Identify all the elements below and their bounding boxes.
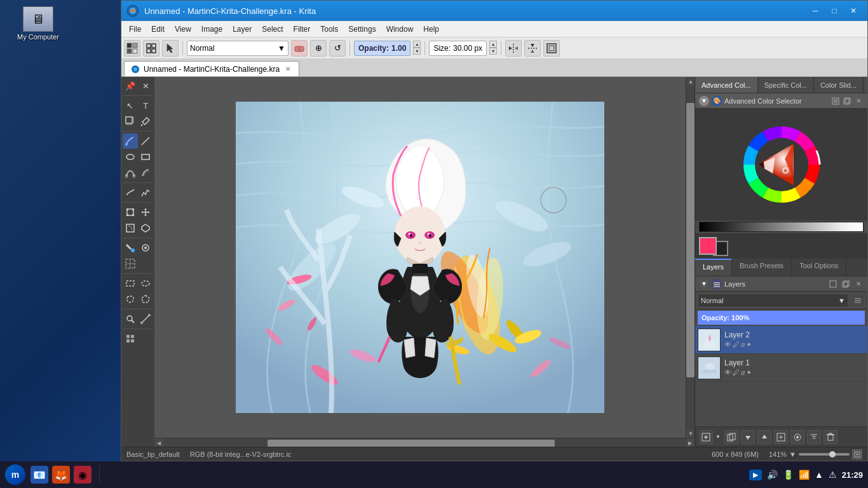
- layer-to-image-btn[interactable]: [774, 430, 788, 444]
- layers-collapse-icon[interactable]: ▼: [699, 279, 709, 289]
- color-selector-collapse-icon[interactable]: ▼: [699, 96, 709, 106]
- zoom-slider-thumb[interactable]: [829, 451, 836, 458]
- dynamic-brush[interactable]: [139, 185, 154, 200]
- menu-view[interactable]: View: [170, 23, 196, 36]
- layer-2-extra-icon[interactable]: ✦: [746, 341, 752, 349]
- color-wheel-container[interactable]: [695, 109, 867, 220]
- bezier-tool[interactable]: [123, 165, 138, 180]
- taskbar-battery-icon[interactable]: 🔋: [783, 470, 794, 480]
- multibrush-tool[interactable]: [139, 165, 154, 180]
- scroll-track-horizontal[interactable]: [163, 438, 686, 447]
- zoom-slider[interactable]: [799, 453, 850, 456]
- taskbar-wifi-icon[interactable]: 📶: [799, 470, 810, 480]
- freehand-path[interactable]: [123, 185, 138, 200]
- cursor-btn[interactable]: [162, 40, 179, 57]
- layers-float-btn[interactable]: [841, 279, 851, 289]
- symmetry-btn[interactable]: ⊕: [310, 40, 327, 57]
- delete-layer-btn[interactable]: [824, 430, 837, 444]
- misc-tool[interactable]: [123, 331, 138, 346]
- color-selector-close-btn[interactable]: ✕: [853, 96, 864, 106]
- rect-tool[interactable]: [139, 149, 154, 165]
- tab-layers[interactable]: Layers: [695, 259, 732, 276]
- size-control[interactable]: Size: 30.00 px: [429, 41, 487, 56]
- color-selector-settings-icon[interactable]: [831, 96, 841, 106]
- add-layer-dropdown[interactable]: ▼: [715, 433, 722, 442]
- layer-2-visibility-icon[interactable]: 👁: [724, 341, 731, 349]
- taskbar-volume-icon[interactable]: 🔊: [767, 470, 778, 480]
- layer-1-alpha-icon[interactable]: α: [741, 369, 745, 377]
- taskbar-warning-icon[interactable]: ⚠: [829, 470, 837, 480]
- scroll-down-btn[interactable]: ▼: [686, 429, 695, 438]
- smart-patch[interactable]: [139, 240, 154, 255]
- menu-settings[interactable]: Settings: [343, 23, 381, 36]
- transform-tool[interactable]: [123, 205, 138, 220]
- opacity-control[interactable]: Opacity: 1.00: [354, 41, 410, 56]
- scroll-left-btn[interactable]: ◀: [154, 438, 163, 447]
- layer-2-lock-icon[interactable]: 🖊: [733, 341, 740, 349]
- layer-1-visibility-icon[interactable]: 👁: [724, 369, 731, 377]
- maximize-button[interactable]: □: [825, 4, 843, 18]
- layer-options-btn[interactable]: [851, 294, 865, 308]
- menu-layer[interactable]: Layer: [227, 23, 257, 36]
- layer-blend-mode-select[interactable]: Normal ▼: [698, 294, 848, 308]
- size-arrows[interactable]: ▲ ▼: [489, 41, 497, 56]
- size-up-arrow[interactable]: ▲: [489, 41, 497, 48]
- tab-specific-color[interactable]: Specific Col...: [758, 77, 814, 93]
- layer-2-alpha-icon[interactable]: α: [741, 341, 745, 349]
- toolbox-close[interactable]: ✕: [139, 78, 154, 93]
- desktop-icon-my-computer[interactable]: 🖥 My Computer: [13, 6, 64, 41]
- document-tab-1[interactable]: Unnamed - MartinCi-Krita-Challenge.kra ✕: [124, 61, 299, 76]
- menu-help[interactable]: Help: [418, 23, 444, 36]
- scroll-thumb-horizontal[interactable]: [268, 440, 555, 447]
- layer-properties-btn[interactable]: [790, 430, 804, 444]
- color-wheel[interactable]: [731, 114, 832, 215]
- zoom-dropdown-icon[interactable]: ▼: [789, 451, 796, 458]
- scroll-track-vertical[interactable]: [686, 86, 695, 429]
- move-tool[interactable]: [139, 205, 154, 220]
- color-selector-float-btn[interactable]: [842, 96, 852, 106]
- scroll-right-btn[interactable]: ▶: [686, 438, 695, 447]
- tab-advanced-color[interactable]: Advanced Col...: [695, 77, 758, 93]
- zoom-fit-btn[interactable]: [852, 449, 862, 459]
- zoom-tool[interactable]: [123, 311, 138, 327]
- assistant-tool[interactable]: [123, 256, 138, 271]
- grid-btn[interactable]: [143, 40, 159, 57]
- document-tab-close[interactable]: ✕: [283, 65, 292, 74]
- mirror-v-btn[interactable]: [524, 40, 541, 57]
- add-layer-btn[interactable]: [699, 430, 713, 444]
- tab-color-sliders[interactable]: Color Slid...: [814, 77, 864, 93]
- tab-tool-options[interactable]: Tool Options: [792, 259, 846, 276]
- layers-settings-btn[interactable]: [828, 279, 838, 289]
- menu-tools[interactable]: Tools: [315, 23, 343, 36]
- menu-file[interactable]: File: [124, 23, 146, 36]
- layers-opacity-bar[interactable]: Opacity: 100%: [698, 311, 865, 325]
- layer-item-1[interactable]: Layer 1 👁 🖊 α ✦: [695, 354, 867, 382]
- opacity-up-arrow[interactable]: ▲: [413, 41, 421, 48]
- taskbar-email-icon[interactable]: 📧: [31, 466, 48, 484]
- ellipse-tool[interactable]: [123, 149, 138, 165]
- freehand-brush-tool[interactable]: [123, 133, 138, 149]
- menu-image[interactable]: Image: [196, 23, 227, 36]
- scroll-up-btn[interactable]: ▲: [686, 77, 695, 86]
- value-gradient-bar[interactable]: [699, 222, 864, 232]
- elliptical-selection[interactable]: [139, 276, 154, 291]
- line-tool[interactable]: [139, 133, 154, 149]
- blend-mode-select[interactable]: Normal ▼: [187, 41, 288, 56]
- layer-down-btn[interactable]: [741, 430, 755, 444]
- scroll-thumb-vertical[interactable]: [686, 103, 695, 377]
- layer-1-extra-icon[interactable]: ✦: [746, 369, 752, 377]
- status-zoom-area[interactable]: 141% ▼: [769, 449, 862, 459]
- copy-layer-btn[interactable]: [724, 430, 738, 444]
- layer-1-lock-icon[interactable]: 🖊: [733, 369, 740, 377]
- size-down-arrow[interactable]: ▼: [489, 48, 497, 55]
- rect-selection[interactable]: [123, 276, 138, 291]
- painting-canvas[interactable]: [236, 102, 604, 413]
- eyedropper-tool[interactable]: [139, 114, 154, 129]
- opacity-arrows[interactable]: ▲ ▼: [413, 41, 421, 56]
- start-button[interactable]: m: [5, 464, 25, 485]
- crop-tool[interactable]: [123, 114, 138, 129]
- reset-btn[interactable]: ↺: [329, 40, 346, 57]
- minimize-button[interactable]: ─: [806, 4, 824, 18]
- taskbar-up-arrow-icon[interactable]: ▲: [815, 470, 824, 480]
- vertical-scrollbar[interactable]: ▲ ▼: [686, 77, 695, 438]
